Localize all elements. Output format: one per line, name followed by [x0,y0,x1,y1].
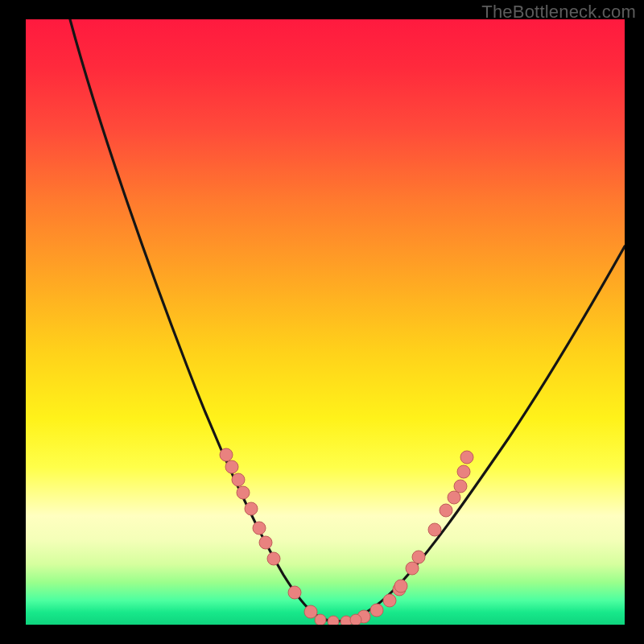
data-dot [412,551,425,564]
data-dot [259,536,272,549]
data-dot [245,502,258,515]
data-dot [454,480,467,493]
data-dot [460,451,473,464]
data-dot [383,594,396,607]
data-dot [448,491,460,504]
data-dot [253,522,266,535]
data-dot [288,586,301,599]
data-dot [232,473,245,486]
data-dot [394,580,407,592]
data-dot [328,616,339,625]
data-dot [225,460,238,473]
bottleneck-curve [70,19,625,621]
watermark-text: TheBottleneck.com [481,2,636,23]
data-dots [220,448,473,625]
data-dot [457,465,470,478]
data-dot [237,486,250,499]
data-dot [315,614,326,625]
data-dot [428,523,441,536]
data-dot [406,562,419,575]
plot-area [26,19,625,625]
data-dot [350,614,361,625]
data-dot [304,605,317,618]
outer-frame: TheBottleneck.com [0,0,644,644]
curve-svg [26,19,625,625]
data-dot [370,604,383,617]
data-dot [267,552,280,565]
data-dot [220,448,233,461]
data-dot [440,504,452,517]
